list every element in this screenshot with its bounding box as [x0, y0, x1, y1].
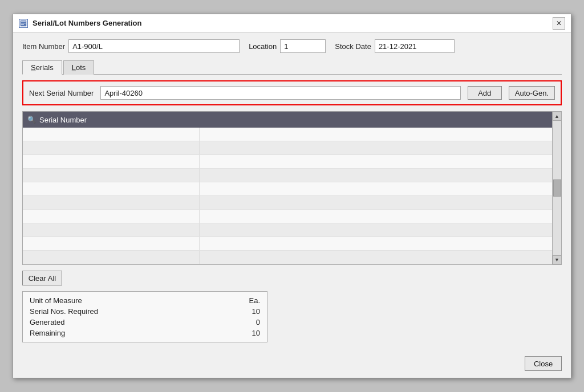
unit-of-measure-value: Ea.: [237, 296, 260, 305]
add-button[interactable]: Add: [468, 86, 502, 100]
serial-cell: [23, 237, 200, 250]
serial-nos-required-value: 10: [237, 307, 260, 316]
stock-date-label: Stock Date: [335, 42, 371, 51]
dialog-body: Item Number Location Stock Date Serials …: [13, 32, 571, 352]
table-row: [23, 169, 552, 182]
tab-lots-label: Lots: [72, 63, 86, 72]
tab-lots[interactable]: Lots: [63, 60, 95, 75]
stock-date-input[interactable]: [375, 39, 455, 53]
rest-cell: [200, 155, 552, 168]
stock-date-group: Stock Date: [335, 39, 455, 53]
serial-cell: [23, 196, 200, 209]
serial-cell: [23, 155, 200, 168]
item-number-label: Item Number: [22, 42, 65, 51]
header-fields: Item Number Location Stock Date: [22, 39, 562, 53]
title-bar-left: Serial/Lot Numbers Generation: [19, 19, 141, 28]
serial-cell: [23, 223, 200, 236]
item-number-group: Item Number: [22, 39, 240, 53]
serial-nos-required-row: Serial Nos. Required 10: [30, 307, 260, 316]
table-row: [23, 155, 552, 169]
title-bar: Serial/Lot Numbers Generation ✕: [13, 14, 571, 32]
dialog-footer: Close: [13, 352, 571, 378]
tabs-row: Serials Lots: [22, 60, 562, 75]
serial-nos-required-label: Serial Nos. Required: [30, 307, 98, 316]
table-row: [23, 128, 552, 141]
table-row: [23, 210, 552, 223]
generated-value: 0: [237, 318, 260, 326]
rest-cell: [200, 182, 552, 195]
table-row: [23, 196, 552, 210]
bottom-section: Clear All Unit of Measure Ea. Serial Nos…: [22, 271, 562, 342]
dialog-title: Serial/Lot Numbers Generation: [33, 19, 141, 27]
serial-input-row: Next Serial Number Add Auto-Gen.: [22, 80, 562, 105]
close-dialog-button[interactable]: Close: [525, 356, 562, 371]
location-group: Location: [249, 39, 326, 53]
rest-cell: [200, 237, 552, 250]
rest-cell: [200, 141, 552, 154]
serial-cell: [23, 141, 200, 154]
table-wrapper: 🔍 Serial Number: [22, 111, 562, 265]
location-label: Location: [249, 42, 277, 51]
unit-of-measure-label: Unit of Measure: [30, 296, 82, 305]
summary-box: Unit of Measure Ea. Serial Nos. Required…: [22, 291, 267, 342]
clear-all-button[interactable]: Clear All: [22, 271, 62, 285]
rest-cell: [200, 251, 552, 264]
tab-serials-label: Serials: [31, 63, 54, 72]
serial-cell: [23, 182, 200, 195]
scrollbar-up-arrow[interactable]: ▲: [553, 112, 562, 121]
table-row: [23, 182, 552, 196]
serial-cell: [23, 251, 200, 264]
rest-cell: [200, 223, 552, 236]
serial-cell: [23, 210, 200, 223]
dialog-icon: [19, 19, 28, 28]
rest-cell: [200, 128, 552, 141]
generated-label: Generated: [30, 318, 64, 326]
serial-cell: [23, 128, 200, 141]
location-input[interactable]: [280, 39, 326, 53]
next-serial-label: Next Serial Number: [29, 89, 94, 97]
serial-lot-dialog: Serial/Lot Numbers Generation ✕ Item Num…: [13, 14, 571, 378]
close-x-button[interactable]: ✕: [553, 17, 565, 30]
rest-cell: [200, 169, 552, 182]
table-row: [23, 141, 552, 155]
scrollbar-thumb[interactable]: [553, 179, 561, 197]
generated-row: Generated 0: [30, 318, 260, 326]
unit-of-measure-row: Unit of Measure Ea.: [30, 296, 260, 305]
scrollbar-down-arrow[interactable]: ▼: [553, 255, 562, 264]
serial-cell: [23, 169, 200, 182]
item-number-input[interactable]: [68, 39, 240, 53]
table-row: [23, 251, 552, 264]
auto-gen-button[interactable]: Auto-Gen.: [509, 86, 555, 100]
table-main: 🔍 Serial Number: [23, 112, 552, 264]
remaining-row: Remaining 10: [30, 329, 260, 337]
search-icon: 🔍: [27, 116, 36, 124]
remaining-value: 10: [237, 329, 260, 337]
remaining-label: Remaining: [30, 329, 65, 337]
table-row: [23, 223, 552, 237]
rest-cell: [200, 196, 552, 209]
tab-serials[interactable]: Serials: [22, 60, 62, 75]
table-rows: [23, 128, 552, 264]
table-row: [23, 237, 552, 251]
table-header: 🔍 Serial Number: [23, 112, 552, 128]
next-serial-input[interactable]: [100, 86, 460, 100]
rest-cell: [200, 210, 552, 223]
serial-number-column-header: Serial Number: [39, 116, 87, 124]
scrollbar-track: ▲ ▼: [552, 112, 561, 264]
